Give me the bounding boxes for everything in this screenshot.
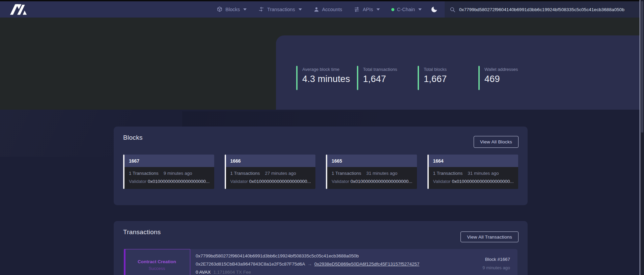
transaction-accent-bar [124, 249, 125, 275]
block-age: 31 minutes ago [366, 171, 397, 176]
block-card-accent-bar [123, 155, 124, 189]
chevron-down-icon [299, 8, 302, 10]
block-card-body: 1 Transactions27 minutes ago Validator 0… [226, 167, 316, 189]
transactions-title: Transactions [123, 228, 161, 236]
stat-value: 469 [484, 74, 518, 84]
validator-hash: 0x010000000000000000000... [351, 179, 412, 184]
stat-wallet-addresses: Wallet addresses 469 [478, 66, 539, 90]
avalanche-logo[interactable] [10, 4, 28, 15]
block-number[interactable]: 1666 [226, 155, 316, 167]
search-input[interactable] [459, 7, 641, 12]
validator-hash: 0x010000000000000000000... [452, 179, 514, 184]
transaction-amount: 0 AVAX [196, 270, 211, 275]
validator-label: Validator [332, 179, 349, 184]
nav-item-label: APIs [363, 7, 373, 12]
avalanche-logo-icon [10, 4, 27, 15]
status-badge: Success [148, 266, 165, 271]
navbar: Blocks Transactions Accounts APIs C-Cha [0, 1, 644, 18]
block-age: 9 minutes ago [164, 171, 192, 176]
stat-label: Total transactions [363, 67, 397, 72]
validator-label: Validator [129, 179, 146, 184]
block-card-accent-bar [427, 155, 429, 189]
stat-accent-bar [478, 66, 480, 90]
api-lines-icon [354, 6, 360, 12]
nav-item-label: Transactions [267, 7, 295, 12]
cube-icon [217, 6, 223, 12]
block-card[interactable]: 1665 1 Transactions31 minutes ago Valida… [326, 155, 417, 189]
nav-item-accounts[interactable]: Accounts [313, 6, 342, 12]
block-number[interactable]: 1667 [124, 155, 214, 167]
block-age: 31 minutes ago [468, 171, 499, 176]
transaction-block-link[interactable]: Block #1667 [482, 257, 510, 262]
search-icon [449, 6, 456, 13]
block-card-body: 1 Transactions31 minutes ago Validator 0… [429, 167, 519, 189]
moon-icon [430, 6, 438, 13]
block-card-body: 1 Transactions9 minutes ago Validator 0x… [124, 167, 214, 189]
scrollbar[interactable] [640, 0, 644, 275]
from-address[interactable]: 0x2E7263d815CbB43a9647843C8a1e2F5c87F75d… [196, 262, 305, 267]
transaction-status-cell: Contract Creation Success [124, 249, 190, 275]
transaction-meta: Block #1667 9 minutes ago [482, 257, 510, 270]
window-top-edge [0, 0, 644, 1]
transaction-fee: 1.1718604 TX Fee [214, 270, 251, 275]
stat-value: 1,647 [363, 74, 397, 84]
stat-value: 1,667 [424, 74, 447, 84]
chevron-down-icon [243, 8, 247, 10]
to-address-link[interactable]: 0x2938eD5D869e50DA6f125dfc45F13157f52742… [314, 262, 420, 267]
transactions-panel: Transactions View All Transactions Contr… [114, 221, 528, 275]
validator-hash: 0x010000000000000000000... [249, 179, 311, 184]
block-card-accent-bar [225, 155, 226, 189]
block-tx-count: 1 Transactions [129, 171, 159, 176]
validator-hash: 0x010000000000000000000... [148, 179, 209, 184]
nav-item-transactions[interactable]: Transactions [258, 6, 302, 12]
view-all-transactions-button[interactable]: View All Transactions [460, 231, 519, 242]
view-all-blocks-button[interactable]: View All Blocks [474, 136, 519, 148]
stat-accent-bar [296, 66, 298, 90]
hero-section: Average block time 4.3 minutes Total tra… [0, 18, 644, 110]
stat-accent-bar [357, 66, 358, 90]
nav-item-apis[interactable]: APIs [354, 6, 380, 12]
nav-item-label: Accounts [322, 7, 342, 12]
block-number[interactable]: 1665 [327, 155, 417, 167]
stat-value: 4.3 minutes [302, 74, 350, 84]
block-card[interactable]: 1664 1 Transactions31 minutes ago Valida… [427, 155, 519, 189]
transaction-row[interactable]: Contract Creation Success 0x7799bd580272… [124, 249, 517, 275]
chevron-down-icon [418, 8, 422, 10]
block-card-accent-bar [326, 155, 327, 189]
transaction-type: Contract Creation [138, 259, 176, 264]
block-card[interactable]: 1667 1 Transactions9 minutes ago Validat… [123, 155, 214, 189]
blocks-panel: Blocks View All Blocks 1667 1 Transactio… [114, 127, 528, 205]
block-age: 27 minutes ago [265, 171, 296, 176]
validator-label: Validator [230, 179, 248, 184]
block-cards-row: 1667 1 Transactions9 minutes ago Validat… [123, 155, 518, 189]
person-icon [313, 6, 319, 12]
nav-item-label: C-Chain [397, 7, 415, 12]
chevron-down-icon [376, 8, 380, 10]
stat-label: Total blocks [424, 67, 447, 72]
block-tx-count: 1 Transactions [332, 171, 361, 176]
validator-label: Validator [433, 179, 451, 184]
theme-toggle-button[interactable] [430, 6, 438, 13]
search-box [445, 1, 644, 18]
block-card[interactable]: 1666 1 Transactions27 minutes ago Valida… [225, 155, 316, 189]
nav-item-label: Blocks [225, 7, 240, 12]
block-number[interactable]: 1664 [429, 155, 519, 167]
transaction-details: 0x7799bd580272f9604140b6991d3bb6c19924bf… [196, 253, 419, 275]
stat-total-blocks: Total blocks 1,667 [418, 66, 478, 90]
nav-item-blocks[interactable]: Blocks [217, 6, 247, 12]
nav-menu: Blocks Transactions Accounts APIs C-Cha [217, 6, 422, 12]
swap-arrows-icon [258, 6, 264, 12]
nav-item-chain-selector[interactable]: C-Chain [391, 7, 422, 12]
blocks-title: Blocks [123, 134, 143, 141]
block-tx-count: 1 Transactions [230, 171, 260, 176]
chain-status-dot-icon [391, 8, 394, 11]
stat-label: Wallet addresses [484, 67, 518, 72]
transaction-age: 9 minutes ago [482, 265, 510, 270]
transaction-hash[interactable]: 0x7799bd580272f9604140b6991d3bb6c19924bf… [196, 253, 419, 258]
block-tx-count: 1 Transactions [433, 171, 463, 176]
arrow-icon: → [305, 262, 314, 267]
scrollbar-thumb[interactable] [641, 1, 643, 133]
stat-total-transactions: Total transactions 1,647 [357, 66, 418, 90]
stats-row: Average block time 4.3 minutes Total tra… [296, 66, 539, 90]
stats-panel: Average block time 4.3 minutes Total tra… [276, 35, 644, 110]
